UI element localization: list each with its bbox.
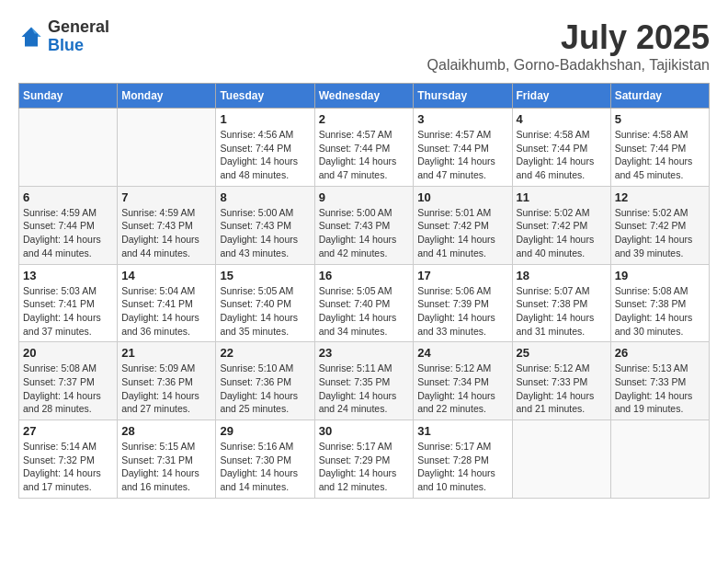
calendar-cell: 6Sunrise: 4:59 AM Sunset: 7:44 PM Daylig…	[19, 186, 118, 264]
day-info: Sunrise: 5:03 AM Sunset: 7:41 PM Dayligh…	[23, 284, 113, 339]
day-info: Sunrise: 5:16 AM Sunset: 7:30 PM Dayligh…	[220, 440, 310, 494]
calendar-cell: 30Sunrise: 5:17 AM Sunset: 7:29 PM Dayli…	[314, 420, 414, 499]
week-row-4: 20Sunrise: 5:08 AM Sunset: 7:37 PM Dayli…	[19, 342, 710, 420]
logo-general-text: General	[48, 18, 109, 37]
day-number: 2	[319, 112, 410, 126]
month-title: July 2025	[427, 18, 710, 57]
calendar-cell: 29Sunrise: 5:16 AM Sunset: 7:30 PM Dayli…	[216, 420, 314, 499]
day-info: Sunrise: 5:02 AM Sunset: 7:42 PM Dayligh…	[517, 206, 607, 260]
logo-icon	[18, 24, 44, 50]
day-number: 20	[23, 346, 113, 360]
week-row-1: 1Sunrise: 4:56 AM Sunset: 7:44 PM Daylig…	[19, 109, 710, 187]
calendar-cell: 27Sunrise: 5:14 AM Sunset: 7:32 PM Dayli…	[19, 420, 118, 499]
logo: General Blue	[18, 18, 109, 55]
day-info: Sunrise: 5:17 AM Sunset: 7:29 PM Dayligh…	[319, 440, 410, 494]
day-number: 7	[121, 190, 211, 204]
day-info: Sunrise: 4:58 AM Sunset: 7:44 PM Dayligh…	[615, 128, 705, 182]
day-info: Sunrise: 4:58 AM Sunset: 7:44 PM Dayligh…	[517, 128, 607, 182]
calendar-cell: 1Sunrise: 4:56 AM Sunset: 7:44 PM Daylig…	[216, 109, 314, 187]
calendar-cell: 18Sunrise: 5:07 AM Sunset: 7:38 PM Dayli…	[512, 264, 610, 342]
calendar-cell: 10Sunrise: 5:01 AM Sunset: 7:42 PM Dayli…	[414, 186, 512, 264]
calendar-cell: 28Sunrise: 5:15 AM Sunset: 7:31 PM Dayli…	[118, 420, 216, 499]
day-number: 15	[220, 269, 310, 282]
day-number: 13	[23, 269, 113, 282]
location-title: Qalaikhumb, Gorno-Badakhshan, Tajikistan	[427, 57, 710, 74]
calendar-cell: 21Sunrise: 5:09 AM Sunset: 7:36 PM Dayli…	[118, 342, 216, 420]
day-info: Sunrise: 5:12 AM Sunset: 7:33 PM Dayligh…	[517, 362, 607, 416]
day-number: 24	[417, 346, 507, 360]
day-info: Sunrise: 5:00 AM Sunset: 7:43 PM Dayligh…	[319, 206, 410, 260]
calendar-cell: 31Sunrise: 5:17 AM Sunset: 7:28 PM Dayli…	[414, 420, 512, 499]
calendar-cell: 8Sunrise: 5:00 AM Sunset: 7:43 PM Daylig…	[216, 186, 314, 264]
week-row-5: 27Sunrise: 5:14 AM Sunset: 7:32 PM Dayli…	[19, 420, 710, 499]
day-number: 6	[23, 190, 113, 204]
calendar-cell: 13Sunrise: 5:03 AM Sunset: 7:41 PM Dayli…	[19, 264, 118, 342]
calendar-cell	[512, 420, 610, 499]
day-info: Sunrise: 5:05 AM Sunset: 7:40 PM Dayligh…	[220, 284, 310, 339]
day-info: Sunrise: 4:57 AM Sunset: 7:44 PM Dayligh…	[319, 128, 410, 182]
weekday-header-monday: Monday	[118, 84, 216, 109]
day-number: 31	[417, 424, 507, 438]
day-info: Sunrise: 4:56 AM Sunset: 7:44 PM Dayligh…	[220, 128, 310, 182]
day-number: 22	[220, 346, 310, 360]
day-info: Sunrise: 4:59 AM Sunset: 7:44 PM Dayligh…	[23, 206, 113, 260]
calendar-cell: 14Sunrise: 5:04 AM Sunset: 7:41 PM Dayli…	[118, 264, 216, 342]
day-number: 9	[319, 190, 410, 204]
day-info: Sunrise: 5:10 AM Sunset: 7:36 PM Dayligh…	[220, 362, 310, 416]
day-number: 10	[417, 190, 507, 204]
day-number: 12	[615, 190, 705, 204]
day-number: 28	[121, 424, 211, 438]
day-number: 8	[220, 190, 310, 204]
weekday-header-thursday: Thursday	[414, 84, 512, 109]
day-number: 4	[517, 112, 607, 126]
day-info: Sunrise: 5:17 AM Sunset: 7:28 PM Dayligh…	[417, 440, 507, 494]
logo-blue-text: Blue	[48, 37, 109, 55]
calendar-cell: 25Sunrise: 5:12 AM Sunset: 7:33 PM Dayli…	[512, 342, 610, 420]
day-info: Sunrise: 5:15 AM Sunset: 7:31 PM Dayligh…	[121, 440, 211, 494]
weekday-header-row: SundayMondayTuesdayWednesdayThursdayFrid…	[19, 84, 710, 109]
day-info: Sunrise: 5:08 AM Sunset: 7:38 PM Dayligh…	[615, 284, 705, 339]
day-number: 16	[319, 269, 410, 282]
day-info: Sunrise: 5:13 AM Sunset: 7:33 PM Dayligh…	[615, 362, 705, 416]
day-info: Sunrise: 4:59 AM Sunset: 7:43 PM Dayligh…	[121, 206, 211, 260]
calendar-cell	[19, 109, 118, 187]
calendar-cell: 22Sunrise: 5:10 AM Sunset: 7:36 PM Dayli…	[216, 342, 314, 420]
day-info: Sunrise: 5:12 AM Sunset: 7:34 PM Dayligh…	[417, 362, 507, 416]
day-info: Sunrise: 5:04 AM Sunset: 7:41 PM Dayligh…	[121, 284, 211, 339]
day-number: 11	[517, 190, 607, 204]
day-number: 23	[319, 346, 410, 360]
calendar-cell: 7Sunrise: 4:59 AM Sunset: 7:43 PM Daylig…	[118, 186, 216, 264]
calendar-cell: 19Sunrise: 5:08 AM Sunset: 7:38 PM Dayli…	[610, 264, 709, 342]
calendar-cell: 15Sunrise: 5:05 AM Sunset: 7:40 PM Dayli…	[216, 264, 314, 342]
week-row-3: 13Sunrise: 5:03 AM Sunset: 7:41 PM Dayli…	[19, 264, 710, 342]
weekday-header-friday: Friday	[512, 84, 610, 109]
weekday-header-wednesday: Wednesday	[314, 84, 414, 109]
day-info: Sunrise: 5:14 AM Sunset: 7:32 PM Dayligh…	[23, 440, 113, 494]
day-number: 5	[615, 112, 705, 126]
day-number: 29	[220, 424, 310, 438]
weekday-header-tuesday: Tuesday	[216, 84, 314, 109]
day-info: Sunrise: 5:08 AM Sunset: 7:37 PM Dayligh…	[23, 362, 113, 416]
calendar-cell: 4Sunrise: 4:58 AM Sunset: 7:44 PM Daylig…	[512, 109, 610, 187]
calendar-cell	[118, 109, 216, 187]
title-block: July 2025 Qalaikhumb, Gorno-Badakhshan, …	[427, 18, 710, 74]
day-info: Sunrise: 5:09 AM Sunset: 7:36 PM Dayligh…	[121, 362, 211, 416]
calendar-cell: 3Sunrise: 4:57 AM Sunset: 7:44 PM Daylig…	[414, 109, 512, 187]
day-info: Sunrise: 4:57 AM Sunset: 7:44 PM Dayligh…	[417, 128, 507, 182]
week-row-2: 6Sunrise: 4:59 AM Sunset: 7:44 PM Daylig…	[19, 186, 710, 264]
day-number: 26	[615, 346, 705, 360]
day-number: 30	[319, 424, 410, 438]
weekday-header-saturday: Saturday	[610, 84, 709, 109]
calendar-cell: 20Sunrise: 5:08 AM Sunset: 7:37 PM Dayli…	[19, 342, 118, 420]
calendar-table: SundayMondayTuesdayWednesdayThursdayFrid…	[18, 83, 710, 499]
calendar-cell: 9Sunrise: 5:00 AM Sunset: 7:43 PM Daylig…	[314, 186, 414, 264]
calendar-cell: 11Sunrise: 5:02 AM Sunset: 7:42 PM Dayli…	[512, 186, 610, 264]
calendar-cell: 12Sunrise: 5:02 AM Sunset: 7:42 PM Dayli…	[610, 186, 709, 264]
calendar-cell: 16Sunrise: 5:05 AM Sunset: 7:40 PM Dayli…	[314, 264, 414, 342]
day-number: 21	[121, 346, 211, 360]
calendar-cell: 23Sunrise: 5:11 AM Sunset: 7:35 PM Dayli…	[314, 342, 414, 420]
calendar-cell: 17Sunrise: 5:06 AM Sunset: 7:39 PM Dayli…	[414, 264, 512, 342]
page-header: General Blue July 2025 Qalaikhumb, Gorno…	[18, 18, 710, 74]
day-info: Sunrise: 5:07 AM Sunset: 7:38 PM Dayligh…	[517, 284, 607, 339]
day-number: 14	[121, 269, 211, 282]
